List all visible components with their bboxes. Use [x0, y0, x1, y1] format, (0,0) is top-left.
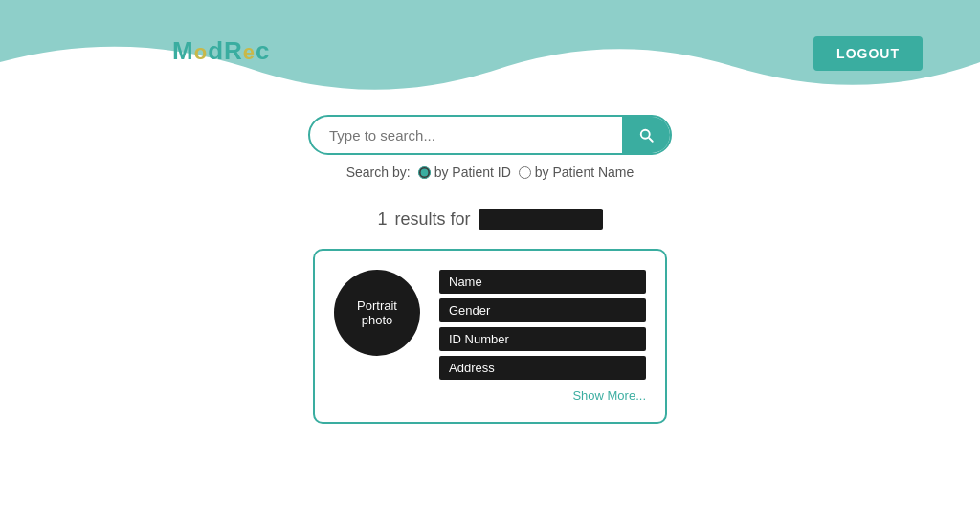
results-query-redacted: [479, 209, 603, 230]
logout-button[interactable]: LOGOUT: [813, 36, 923, 71]
search-by-patient-name-text: by Patient Name: [535, 165, 635, 180]
search-by-patient-name-label[interactable]: by Patient Name: [519, 165, 635, 180]
portrait-label-line1: Portrait: [357, 298, 397, 313]
search-bar: [308, 115, 672, 155]
show-more-link[interactable]: Show More...: [572, 388, 646, 403]
patient-portrait: Portrait photo: [334, 270, 420, 356]
patient-gender-row: Gender: [439, 298, 646, 322]
search-by-label: Search by:: [346, 165, 411, 180]
search-input[interactable]: [310, 118, 622, 153]
results-count: 1: [377, 210, 387, 230]
search-icon: [637, 126, 655, 144]
search-by-patient-id-label[interactable]: by Patient ID: [418, 165, 511, 180]
patient-info: Name Gender ID Number Address Show More.…: [439, 270, 646, 403]
search-by-patient-id-text: by Patient ID: [434, 165, 511, 180]
search-by-patient-id-radio[interactable]: [418, 166, 431, 179]
results-text: 1 results for: [377, 209, 602, 230]
main-content: Search by: by Patient ID by Patient Name…: [0, 96, 980, 424]
patient-address-row: Address: [439, 356, 646, 380]
patient-id-row: ID Number: [439, 327, 646, 351]
results-for-label: results for: [394, 210, 470, 230]
search-by-options: Search by: by Patient ID by Patient Name: [346, 165, 635, 180]
app-logo: ModRec: [172, 36, 271, 66]
search-by-patient-name-radio[interactable]: [519, 166, 531, 179]
patient-name-row: Name: [439, 270, 646, 294]
search-button[interactable]: [622, 117, 670, 153]
patient-card: Portrait photo Name Gender ID Number Add…: [313, 249, 667, 424]
portrait-label-line2: photo: [362, 313, 393, 327]
